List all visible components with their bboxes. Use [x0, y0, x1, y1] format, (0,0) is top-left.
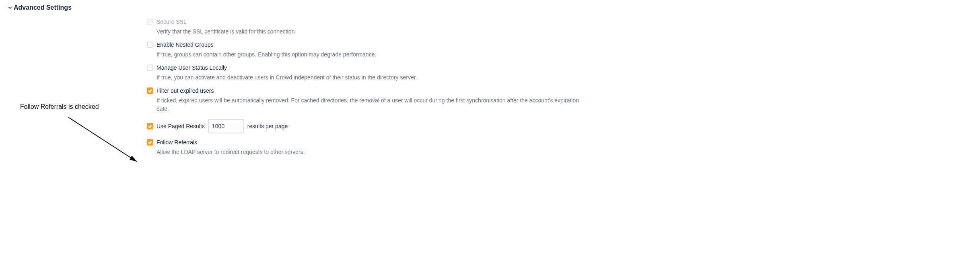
follow-referrals-description: Allow the LDAP server to redirect reques…: [156, 148, 583, 156]
secure-ssl-label: Secure SSL: [156, 19, 187, 25]
setting-secure-ssl: Secure SSL Verify that the SSL certifica…: [147, 19, 583, 36]
setting-paged-results: Use Paged Results results per page: [147, 119, 583, 133]
secure-ssl-checkbox: [147, 19, 153, 25]
annotation-area: Follow Referrals is checked: [8, 19, 141, 110]
paged-results-input[interactable]: [208, 119, 244, 133]
paged-results-label: Use Paged Results: [156, 123, 205, 129]
manage-user-status-label: Manage User Status Locally: [156, 64, 227, 71]
section-title: Advanced Settings: [14, 4, 72, 11]
paged-results-suffix: results per page: [247, 123, 288, 129]
svg-line-0: [68, 117, 137, 162]
nested-groups-checkbox[interactable]: [147, 42, 153, 48]
setting-manage-user-status: Manage User Status Locally If true, you …: [147, 64, 583, 82]
section-header[interactable]: Advanced Settings: [8, 4, 972, 11]
svg-marker-1: [130, 156, 137, 162]
chevron-down-icon: [8, 4, 12, 11]
filter-expired-description: If ticked, expired users will be automat…: [156, 96, 583, 113]
setting-filter-expired: Filter out expired users If ticked, expi…: [147, 87, 583, 113]
filter-expired-label: Filter out expired users: [156, 87, 214, 94]
annotation-arrow-icon: [64, 113, 145, 166]
filter-expired-checkbox[interactable]: [147, 87, 153, 94]
manage-user-status-checkbox[interactable]: [147, 64, 153, 71]
setting-follow-referrals: Follow Referrals Allow the LDAP server t…: [147, 139, 583, 156]
nested-groups-description: If true, groups can contain other groups…: [156, 50, 583, 59]
follow-referrals-label: Follow Referrals: [156, 139, 197, 145]
settings-list: Secure SSL Verify that the SSL certifica…: [141, 19, 583, 162]
paged-results-checkbox[interactable]: [147, 123, 153, 129]
manage-user-status-description: If true, you can activate and deactivate…: [156, 73, 583, 82]
nested-groups-label: Enable Nested Groups: [156, 42, 214, 48]
follow-referrals-checkbox[interactable]: [147, 139, 153, 145]
annotation-text: Follow Referrals is checked: [20, 103, 141, 110]
secure-ssl-description: Verify that the SSL certificate is valid…: [156, 27, 583, 36]
setting-nested-groups: Enable Nested Groups If true, groups can…: [147, 42, 583, 59]
